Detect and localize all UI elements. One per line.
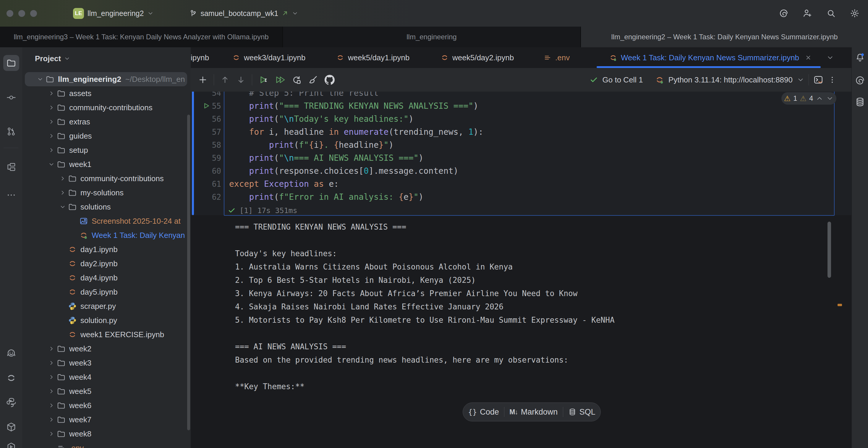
warning-stripe-mark[interactable]: [838, 304, 842, 306]
kernel-selector[interactable]: Python 3.11.14: http://localhost:8890: [669, 75, 793, 85]
tree-item[interactable]: day4.ipynb: [25, 271, 187, 285]
tree-item[interactable]: day2.ipynb: [25, 257, 187, 271]
tree-item[interactable]: solutions: [25, 200, 187, 214]
search-icon[interactable]: [826, 8, 836, 18]
tree-item[interactable]: .env: [25, 441, 187, 448]
tree-item[interactable]: day5.ipynb: [25, 285, 187, 299]
tree-item[interactable]: day1.ipynb: [25, 242, 187, 257]
clear-outputs-icon[interactable]: [308, 74, 318, 85]
editor-tab[interactable]: .env: [544, 47, 585, 68]
tree-item[interactable]: Screenshot 2025-10-24 at: [25, 214, 187, 228]
editor-tab-active[interactable]: Week 1 Task: Daily Kenyan News Summarize…: [597, 47, 821, 68]
next-problem-chevron-icon[interactable]: [826, 95, 834, 102]
project-widget[interactable]: LE llm_engineering2: [73, 8, 154, 19]
zoom-window-button[interactable]: [30, 10, 37, 17]
close-window-button[interactable]: [6, 10, 13, 17]
python-tool-button[interactable]: [6, 397, 17, 408]
jupyter-tool-button[interactable]: [6, 373, 17, 383]
editor-tab-overflow[interactable]: ipynb: [191, 47, 219, 68]
editor-tab[interactable]: week3/day1.ipynb: [232, 47, 324, 68]
tree-item[interactable]: week7: [25, 413, 187, 427]
add-user-icon[interactable]: [802, 8, 812, 18]
tree-item[interactable]: guides: [25, 129, 187, 143]
more-tools-button[interactable]: [6, 190, 16, 200]
editor-tab[interactable]: week5/day2.ipynb: [440, 47, 533, 68]
ai-assistant-icon[interactable]: [855, 75, 865, 86]
hidden-tabs-chevron-icon[interactable]: [826, 54, 834, 61]
pull-requests-tool-button[interactable]: [6, 126, 16, 136]
chevron-down-icon[interactable]: [35, 76, 45, 83]
chevron-right-icon[interactable]: [46, 430, 57, 437]
chevron-down-icon[interactable]: [57, 203, 68, 210]
chevron-right-icon[interactable]: [46, 374, 57, 380]
chevron-right-icon[interactable]: [57, 189, 68, 196]
window-tab[interactable]: llm_engineering3 – Week 1 Task: Kenyan D…: [0, 27, 282, 47]
go-to-cell-button[interactable]: Go to Cell 1: [602, 75, 643, 85]
jupyter-console-icon[interactable]: [813, 74, 824, 85]
minimize-window-button[interactable]: [18, 10, 25, 17]
tree-item[interactable]: community-contributions: [25, 100, 187, 115]
tree-item[interactable]: community-contributions: [25, 171, 187, 186]
kebab-menu-icon[interactable]: [828, 75, 837, 84]
chevron-right-icon[interactable]: [46, 147, 57, 153]
huggingface-tool-button[interactable]: [6, 348, 17, 359]
tree-item[interactable]: my-solutions: [25, 186, 187, 200]
chevron-right-icon[interactable]: [46, 90, 57, 97]
services-tool-button[interactable]: [6, 442, 17, 448]
restart-kernel-icon[interactable]: [291, 74, 302, 85]
tree-item[interactable]: scraper.py: [25, 299, 187, 313]
tree-item[interactable]: week5: [25, 384, 187, 398]
tree-item[interactable]: Week 1 Task: Daily Kenyan News Summarize…: [25, 228, 187, 242]
chevron-right-icon[interactable]: [46, 402, 57, 409]
ai-spiral-icon[interactable]: [779, 8, 789, 18]
python-packages-tool-button[interactable]: [6, 422, 17, 433]
chevron-down-icon[interactable]: [797, 76, 804, 84]
tree-item[interactable]: week4: [25, 370, 187, 384]
run-all-icon[interactable]: [275, 74, 285, 85]
branch-widget[interactable]: samuel_bootcamp_wk1: [189, 9, 298, 18]
chevron-right-icon[interactable]: [46, 104, 57, 111]
window-tab[interactable]: llm_engineering: [283, 27, 580, 47]
chevron-right-icon[interactable]: [46, 119, 57, 125]
tree-item[interactable]: setup: [25, 143, 187, 157]
editor-tab[interactable]: week5/day1.ipynb: [336, 47, 428, 68]
tree-item[interactable]: week1 EXERCISE.ipynb: [25, 327, 187, 342]
tree-item[interactable]: week1: [25, 157, 187, 171]
tree-item[interactable]: llm_engineering2~/Desktop/llm_en: [25, 72, 187, 86]
chevron-right-icon[interactable]: [46, 388, 57, 394]
tree-item[interactable]: extras: [25, 115, 187, 129]
close-tab-icon[interactable]: [804, 54, 812, 61]
move-down-icon[interactable]: [236, 75, 246, 85]
github-icon[interactable]: [324, 74, 335, 85]
code-cell[interactable]: # Step 5: Print the result print("=== TR…: [224, 92, 835, 216]
tree-item[interactable]: solution.py: [25, 313, 187, 327]
output-scrollbar[interactable]: [828, 222, 831, 278]
chevron-down-icon[interactable]: [46, 161, 57, 167]
structure-tool-button[interactable]: [6, 162, 16, 172]
tree-item[interactable]: week3: [25, 356, 187, 370]
project-scrollbar[interactable]: [187, 115, 190, 430]
chevron-right-icon[interactable]: [46, 346, 57, 352]
tree-item[interactable]: week2: [25, 342, 187, 356]
chevron-right-icon[interactable]: [46, 133, 57, 139]
project-panel-header[interactable]: Project: [35, 47, 70, 70]
prev-problem-chevron-icon[interactable]: [816, 95, 824, 102]
run-cell-icon[interactable]: [258, 74, 269, 85]
tree-item[interactable]: assets: [25, 86, 187, 100]
chevron-right-icon[interactable]: [46, 360, 57, 366]
tree-item[interactable]: week6: [25, 398, 187, 413]
database-tool-icon[interactable]: [855, 97, 865, 107]
chevron-right-icon[interactable]: [57, 175, 68, 182]
project-tool-button[interactable]: [3, 55, 19, 71]
add-cell-icon[interactable]: [198, 75, 208, 85]
tree-item[interactable]: week8: [25, 427, 187, 441]
sql-cell-button[interactable]: SQL: [568, 408, 595, 417]
notifications-bell-icon[interactable]: [855, 52, 865, 63]
code-cell-button[interactable]: {} Code: [468, 408, 499, 417]
markdown-cell-button[interactable]: M↓ Markdown: [509, 408, 558, 417]
commit-tool-button[interactable]: [6, 93, 16, 102]
window-tab[interactable]: llm_engineering2 – Week 1 Task: Daily Ke…: [581, 27, 868, 47]
settings-gear-icon[interactable]: [850, 8, 860, 18]
move-up-icon[interactable]: [220, 75, 230, 85]
chevron-right-icon[interactable]: [46, 416, 57, 423]
